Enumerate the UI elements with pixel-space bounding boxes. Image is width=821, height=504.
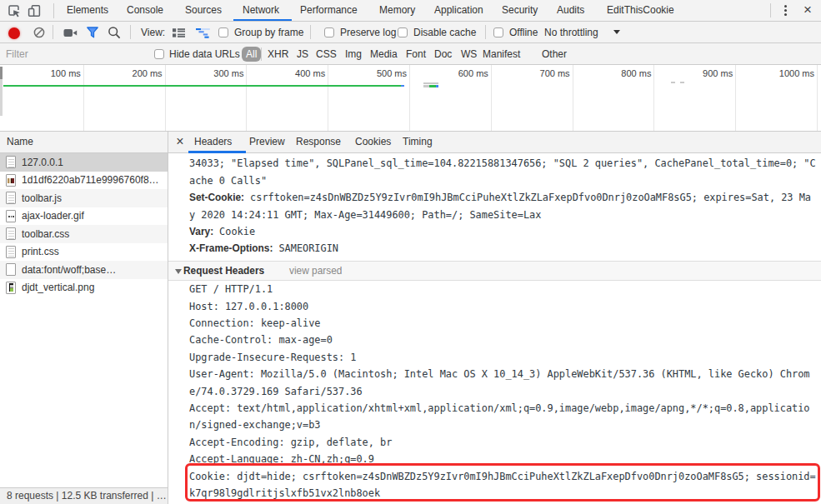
tab-response[interactable]: Response <box>296 132 341 152</box>
document-icon <box>6 156 16 168</box>
tab-audits[interactable]: Audits <box>557 0 584 21</box>
filter-toggle-button[interactable] <box>87 27 98 38</box>
filter-type-manifest[interactable]: Manifest <box>483 49 520 59</box>
throttling-dropdown-arrow-icon[interactable] <box>613 30 620 34</box>
close-details-icon[interactable]: × <box>173 132 188 152</box>
record-button[interactable] <box>8 27 20 39</box>
request-row[interactable]: ajax-loader.gif <box>0 207 168 226</box>
request-row[interactable]: print.css <box>0 243 168 262</box>
offline-label[interactable]: Offline <box>509 27 538 37</box>
capture-screenshots-button[interactable] <box>63 27 78 38</box>
filter-type-js[interactable]: JS <box>297 49 308 59</box>
request-headers-section-header[interactable]: Request Headers view parsed <box>168 261 821 281</box>
request-row[interactable]: toolbar.css <box>0 225 168 243</box>
tab-elements[interactable]: Elements <box>67 0 108 21</box>
request-header-line: Host: 127.0.0.1:8000 <box>189 298 308 315</box>
tab-application[interactable]: Application <box>434 0 483 21</box>
offline-checkbox[interactable] <box>493 27 503 37</box>
disable-cache-checkbox[interactable] <box>398 27 408 37</box>
filter-input[interactable] <box>6 46 143 62</box>
overview-scroll-handle[interactable] <box>0 67 3 79</box>
close-devtools-icon[interactable]: × <box>799 0 816 21</box>
filter-type-all[interactable]: All <box>242 47 261 62</box>
hide-data-urls-label[interactable]: Hide data URLs <box>169 49 240 59</box>
gridline <box>817 65 818 131</box>
network-overview[interactable]: 100 ms 200 ms 300 ms 400 ms 500 ms 600 m… <box>0 65 821 132</box>
header-name: Set-Cookie: <box>189 192 244 203</box>
request-row[interactable]: djdt_vertical.png <box>0 279 168 297</box>
request-row[interactable]: data:font/woff;base… <box>0 261 168 279</box>
tick-label: 500 ms <box>328 68 407 78</box>
header-name: X-Frame-Options: <box>189 242 273 254</box>
filter-type-doc[interactable]: Doc <box>434 49 452 59</box>
request-header-line: Accept-Encoding: gzip, deflate, br <box>189 434 392 451</box>
request-header-line: Connection: keep-alive <box>189 315 321 332</box>
filter-type-img[interactable]: Img <box>345 49 362 59</box>
camera-icon <box>63 27 78 38</box>
request-header-line: Accept: text/html,application/xhtml+xml,… <box>189 400 810 417</box>
headers-content: 34033; "Elapsed time", SQLPanel_sql_time… <box>168 153 821 504</box>
tab-network[interactable]: Network <box>243 0 279 21</box>
requests-list: 127.0.0.1 1d1df6220ab711e9996760f8… tool… <box>0 153 168 297</box>
name-column-header[interactable]: Name <box>0 132 168 153</box>
toolbar-divider <box>770 3 771 17</box>
hide-data-urls-checkbox[interactable] <box>154 49 164 59</box>
request-name: ajax-loader.gif <box>22 210 84 222</box>
clear-button[interactable] <box>33 27 45 38</box>
overview-loading-bar-tip <box>401 85 404 87</box>
group-by-frame-checkbox[interactable] <box>218 27 228 37</box>
group-by-frame-label[interactable]: Group by frame <box>234 27 303 37</box>
list-rows-icon <box>173 28 185 37</box>
tick-label: 400 ms <box>247 68 325 78</box>
tab-headers[interactable]: Headers <box>194 132 232 152</box>
tab-performance[interactable]: Performance <box>300 0 358 21</box>
preserve-log-checkbox[interactable] <box>324 27 334 37</box>
kebab-menu-icon[interactable] <box>784 5 787 7</box>
tick-label: 1000 ms <box>736 68 814 78</box>
tab-security[interactable]: Security <box>502 0 538 21</box>
tab-console[interactable]: Console <box>127 0 163 21</box>
filter-type-ws[interactable]: WS <box>461 49 477 59</box>
response-header-line: Set-Cookie:csrftoken=z4sDnWBZDz5Y9zIvr0m… <box>189 189 811 206</box>
filter-type-xhr[interactable]: XHR <box>268 49 288 59</box>
overview-toggle[interactable] <box>196 28 210 38</box>
tab-memory[interactable]: Memory <box>379 0 415 21</box>
header-value: csrftoken=z4sDnWBZDz5Y9zIvr0mI9hJBmCciPu… <box>250 192 811 203</box>
filter-type-css[interactable]: CSS <box>316 49 337 59</box>
disable-cache-label[interactable]: Disable cache <box>413 27 476 37</box>
tab-editthiscookie[interactable]: EditThisCookie <box>607 0 674 21</box>
request-row[interactable]: 127.0.0.1 <box>0 153 168 172</box>
overview-request-bar <box>423 85 430 87</box>
request-name: print.css <box>22 246 59 257</box>
tab-cookies[interactable]: Cookies <box>355 132 391 152</box>
header-value: 34033; "Elapsed time", SQLPanel_sql_time… <box>189 157 816 169</box>
document-icon <box>6 246 16 258</box>
tab-sources[interactable]: Sources <box>185 0 222 21</box>
view-label: View: <box>141 27 165 37</box>
tick-label: 100 ms <box>3 68 81 78</box>
filter-type-media[interactable]: Media <box>370 49 398 59</box>
devtools-tab-bar: Elements Console Sources Network Perform… <box>0 0 821 22</box>
view-parsed-link[interactable]: view parsed <box>289 262 342 281</box>
image-icon <box>6 210 16 222</box>
tab-timing[interactable]: Timing <box>403 132 433 152</box>
tab-preview[interactable]: Preview <box>249 132 285 152</box>
tick-label: 800 ms <box>573 68 651 78</box>
request-header-line: e/74.0.3729.169 Safari/537.36 <box>189 383 363 400</box>
request-header-line: User-Agent: Mozilla/5.0 (Macintosh; Inte… <box>189 366 810 382</box>
large-rows-toggle[interactable] <box>173 28 185 37</box>
request-row[interactable]: toolbar.js <box>0 189 168 207</box>
filter-type-font[interactable]: Font <box>406 49 426 59</box>
throttling-select[interactable]: No throttling <box>544 27 598 37</box>
network-toolbar: View: Group by frame Preserve <box>0 22 821 43</box>
image-icon <box>6 282 16 294</box>
request-name: toolbar.css <box>22 228 69 240</box>
request-header-line: Cache-Control: max-age=0 <box>189 332 333 348</box>
search-button[interactable] <box>108 26 121 39</box>
request-row[interactable]: 1d1df6220ab711e9996760f8… <box>0 172 168 190</box>
search-icon <box>108 26 121 39</box>
preserve-log-label[interactable]: Preserve log <box>340 27 396 37</box>
filter-type-other[interactable]: Other <box>542 49 567 59</box>
overview-loading-bar <box>3 85 401 87</box>
tick-label: 600 ms <box>410 68 488 78</box>
